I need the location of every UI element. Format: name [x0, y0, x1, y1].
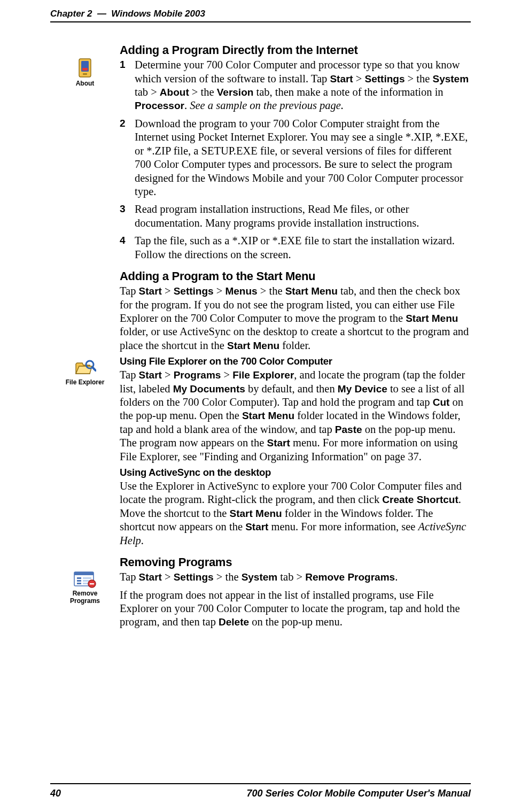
add-internet-steps: 1 Determine your 700 Color Computer and … — [120, 58, 471, 261]
about-icon — [75, 58, 95, 79]
text: tab, then make a note of the information… — [253, 86, 443, 98]
step-number: 3 — [120, 203, 135, 230]
ui-settings: Settings — [174, 571, 214, 583]
footer-rule — [50, 783, 471, 784]
ui-about: About — [160, 87, 189, 98]
heading-add-startmenu: Adding a Program to the Start Menu — [120, 269, 471, 283]
svg-rect-10 — [77, 583, 81, 584]
about-icon-label: About — [64, 80, 106, 87]
text: > the — [258, 285, 285, 297]
text: > — [162, 571, 174, 583]
heading-add-internet: Adding a Program Directly from the Inter… — [120, 43, 471, 57]
gutter-remove-programs: Remove Programs — [50, 555, 120, 605]
remove-programs-icon-block: Remove Programs — [64, 570, 106, 605]
text: tab > — [135, 86, 160, 98]
svg-rect-15 — [90, 583, 94, 584]
text: by default, and then — [245, 383, 338, 395]
ui-paste: Paste — [335, 424, 362, 435]
remove-body-1: Tap Start > Settings > the System tab > … — [120, 570, 471, 584]
remove-programs-icon — [73, 570, 97, 589]
remove-programs-icon-label: Remove Programs — [64, 590, 106, 605]
page-header: Chapter 2 — Windows Mobile 2003 — [50, 9, 471, 19]
ui-remove-programs: Remove Programs — [305, 571, 395, 583]
ui-system: System — [242, 571, 278, 583]
text: > the — [214, 571, 242, 583]
ui-startmenu: Start Menu — [242, 410, 294, 421]
gutter-about: About — [50, 43, 120, 87]
page: Chapter 2 — Windows Mobile 2003 About — [0, 0, 521, 812]
text: > the — [189, 86, 217, 98]
ui-delete: Delete — [219, 616, 249, 628]
ui-system: System — [432, 73, 469, 84]
ui-startmenu: Start Menu — [230, 508, 282, 519]
about-icon-block: About — [64, 58, 106, 87]
ui-startmenu: Start Menu — [227, 340, 279, 351]
svg-rect-8 — [77, 577, 81, 579]
ui-cut: Cut — [433, 397, 450, 408]
text: . — [395, 571, 398, 583]
header-title: Windows Mobile 2003 — [111, 9, 205, 19]
ui-start: Start — [245, 521, 268, 532]
ui-menus: Menus — [225, 285, 257, 297]
ui-startmenu: Start Menu — [285, 285, 338, 297]
text: > — [214, 285, 225, 297]
ui-my-documents: My Documents — [173, 383, 245, 395]
svg-line-5 — [92, 367, 96, 370]
footer-manual-title: 700 Series Color Mobile Computer User's … — [247, 788, 471, 799]
text: menu. For more information, see — [268, 521, 418, 532]
ui-file-explorer: File Explorer — [232, 369, 294, 381]
ui-my-device: My Device — [338, 383, 387, 395]
file-explorer-body: Tap Start > Programs > File Explorer, an… — [120, 368, 471, 463]
activesync-body: Use the Explorer in ActiveSync to explor… — [120, 480, 471, 547]
ui-create-shortcut: Create Shortcut — [382, 494, 458, 505]
ui-start: Start — [267, 437, 290, 448]
ui-start: Start — [330, 73, 353, 84]
ui-start: Start — [139, 285, 162, 297]
file-explorer-icon-label: File Explorer — [64, 379, 106, 386]
step-1: Determine your 700 Color Computer and pr… — [135, 58, 471, 113]
gutter-file-explorer: File Explorer — [50, 355, 120, 386]
text: folder. — [279, 339, 310, 351]
ui-start: Start — [139, 571, 162, 583]
file-explorer-icon — [74, 358, 96, 378]
text: . — [141, 535, 144, 546]
step-number: 4 — [120, 234, 135, 261]
step-2: Download the program to your 700 Color C… — [135, 117, 471, 198]
svg-rect-2 — [82, 68, 88, 71]
text: > — [162, 285, 174, 297]
ui-version: Version — [217, 87, 254, 98]
text: . — [184, 99, 190, 111]
text: on the pop-up menu. — [249, 616, 343, 628]
text: > — [162, 369, 174, 381]
italic-note: See a sample on the previous page. — [190, 99, 344, 111]
ui-start: Start — [139, 369, 162, 381]
ui-programs: Programs — [174, 369, 221, 381]
svg-rect-3 — [83, 73, 87, 75]
remove-body-2: If the program does not appear in the li… — [120, 589, 471, 629]
ui-settings: Settings — [365, 73, 405, 84]
heading-file-explorer: Using File Explorer on the 700 Color Com… — [120, 355, 471, 368]
step-3: Read program installation instructions, … — [135, 203, 471, 230]
ui-processor: Processor — [135, 100, 184, 111]
add-startmenu-body: Tap Start > Settings > Menus > the Start… — [120, 284, 471, 352]
ui-startmenu: Start Menu — [406, 313, 458, 324]
ui-settings: Settings — [174, 285, 214, 297]
heading-removing-programs: Removing Programs — [120, 555, 471, 569]
svg-rect-11 — [83, 577, 91, 579]
footer-page-number: 40 — [50, 788, 61, 799]
step-4: Tap the file, such as a *.XIP or *.EXE f… — [135, 234, 471, 261]
step-number: 1 — [120, 58, 135, 113]
svg-rect-9 — [77, 580, 81, 582]
text: Tap — [120, 571, 139, 583]
step-number: 2 — [120, 117, 135, 198]
text: > the — [405, 73, 432, 84]
text: > — [221, 369, 232, 381]
header-chapter: Chapter 2 — [50, 9, 92, 19]
header-sep: — — [97, 9, 106, 19]
text: Tap — [120, 285, 139, 297]
content: About Adding a Program Directly from the… — [50, 43, 471, 775]
text: > — [353, 73, 365, 84]
header-rule — [50, 21, 471, 22]
text: tab > — [277, 571, 305, 583]
text: Tap — [120, 369, 139, 381]
